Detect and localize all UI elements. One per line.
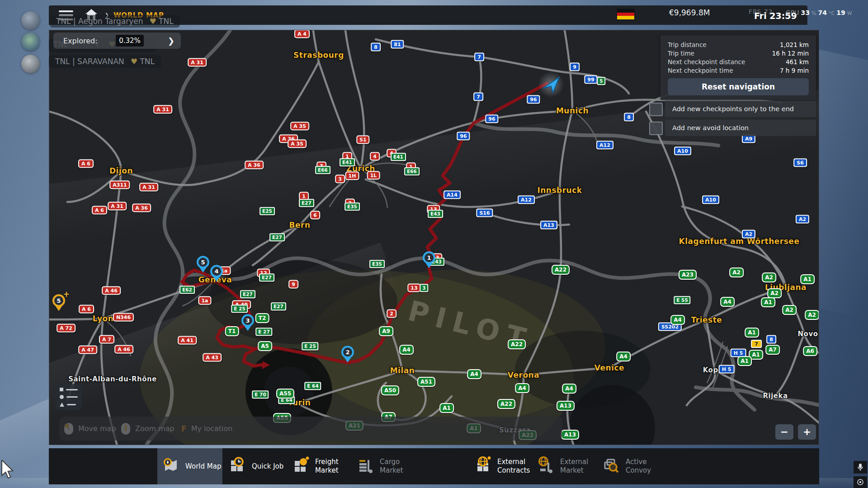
nav-tab-cargo-market[interactable]: CargoMarket: [356, 448, 403, 484]
nav-tab-label: CargoMarket: [380, 458, 403, 475]
explored-value: 0.32%: [116, 35, 144, 47]
nav-tab-label: ActiveConvoy: [626, 458, 651, 475]
heart-icon: ♥: [131, 57, 137, 66]
heart-icon: ♥: [149, 17, 156, 26]
trip-info-row: Next checkpoint distance461 km: [668, 58, 809, 66]
route-checkpoint-pin[interactable]: 4: [210, 265, 223, 277]
germany-flag-icon[interactable]: [617, 9, 634, 19]
legend-square-icon: [60, 388, 63, 391]
checkbox-avoid-location[interactable]: [649, 122, 663, 135]
player-tag: TNL | Aegon Targaryen♥ TNL: [50, 15, 180, 28]
trip-info-row: Trip distance1,021 km: [668, 41, 809, 49]
explored-label: Explored:: [63, 37, 98, 45]
player-money: €9,969.8M: [669, 8, 710, 17]
route-arrowhead: [262, 361, 270, 369]
world-map-icon: [162, 456, 180, 476]
map-hint-bar: [59, 417, 562, 441]
route-checkpoint-pin[interactable]: 5+: [52, 294, 65, 307]
legend-circle-icon: [60, 395, 64, 399]
add-destination-plus-icon: +: [63, 290, 70, 299]
route-checkpoint-pin[interactable]: 1: [423, 251, 435, 264]
checkbox-checkpoints-end[interactable]: [649, 103, 663, 116]
quick-job-icon: [228, 456, 246, 476]
nav-tab-world-map[interactable]: World Map: [162, 448, 221, 484]
nav-tab-external-contracts[interactable]: ExternalContracts: [474, 448, 530, 484]
explored-expand-chevron-icon[interactable]: ❯: [168, 36, 175, 46]
gpu-stats-overlay: GPU33%74°C19W: [786, 9, 854, 16]
microphone-icon[interactable]: [854, 461, 867, 474]
nav-tab-active-convoy[interactable]: ActiveConvoy: [602, 448, 651, 484]
nav-tab-freight-market[interactable]: FreightMarket: [292, 448, 339, 484]
route-checkpoint-pin[interactable]: 2: [341, 346, 354, 358]
active-convoy-icon: [602, 456, 620, 476]
bottom-nav-bar: World MapQuick JobFreightMarketCargoMark…: [49, 448, 819, 484]
trip-info-panel: Trip distance1,021 kmTrip time16 h 12 mi…: [660, 35, 816, 100]
nav-tab-label: Quick Job: [252, 462, 283, 471]
overlay-avatar[interactable]: [21, 55, 40, 73]
external-market-icon: [537, 456, 555, 476]
explored-widget: Explored: 0.32% ❯: [53, 33, 181, 49]
map-legend-button[interactable]: [56, 384, 82, 410]
player-tag: TNL | SARAVANAN♥ TNL: [49, 55, 161, 68]
cargo-market-icon: [356, 456, 374, 476]
nav-tab-label: ExternalMarket: [560, 458, 588, 475]
zoom-in-button[interactable]: +: [798, 424, 816, 440]
trip-info-row: Next checkpoint time7 h 9 min: [668, 66, 809, 75]
nav-tab-label: ExternalContracts: [497, 458, 530, 475]
reset-navigation-button[interactable]: Reset navigation: [668, 78, 809, 95]
route-checkpoint-pin[interactable]: 3: [241, 314, 254, 327]
mouse-cursor: [1, 460, 16, 482]
nav-tab-label: FreightMarket: [315, 458, 339, 475]
world-map-canvas[interactable]: PILOT: [49, 30, 819, 445]
nav-tab-quick-job[interactable]: Quick Job: [228, 448, 283, 484]
target-record-icon[interactable]: [854, 476, 867, 488]
external-contracts-icon: [474, 456, 492, 476]
trip-info-row: Trip time16 h 12 min: [668, 49, 809, 58]
overlay-avatar[interactable]: [21, 11, 40, 30]
player-position-arrow: [538, 71, 565, 98]
trip-option-row[interactable]: Add new checkpoints only to the end: [665, 101, 816, 117]
zoom-out-button[interactable]: −: [775, 424, 793, 440]
nav-tab-label: World Map: [185, 462, 221, 471]
trip-option-row[interactable]: Add new avoid location: [665, 120, 816, 136]
nav-tab-external-market[interactable]: ExternalMarket: [537, 448, 588, 484]
legend-triangle-icon: [60, 403, 64, 407]
freight-market-icon: [292, 456, 310, 476]
route-checkpoint-pin[interactable]: 5: [197, 256, 209, 268]
overlay-avatar[interactable]: [21, 33, 40, 51]
